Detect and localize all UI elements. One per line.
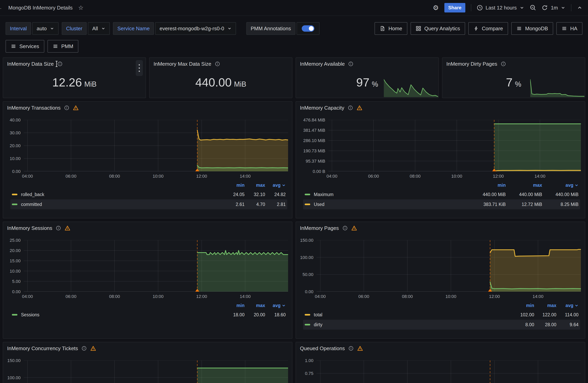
time-series-chart[interactable]: 150.00100.0050.000.00 04:0006:0008:0010:… [3, 352, 292, 383]
panel-title[interactable]: InMemory Dirty Pages [446, 61, 497, 67]
service-name-select[interactable]: everest-mongodb-w2g-rs0-0 [155, 22, 236, 35]
legend-sort-avg[interactable]: avg [542, 183, 579, 188]
panel-title[interactable]: InMemory Sessions [7, 225, 52, 231]
legend-sort-avg[interactable]: avg [265, 183, 286, 188]
gear-icon[interactable]: ⚙ [433, 4, 439, 11]
panel-title[interactable]: InMemory Available [300, 61, 345, 67]
legend-series-Used[interactable]: Used383.71 KiB12.72 MiB8.25 MiB [303, 199, 580, 209]
info-icon[interactable] [348, 346, 354, 351]
warning-icon[interactable] [357, 345, 363, 351]
legend-sort-min[interactable]: min [512, 303, 534, 308]
plot-area[interactable] [24, 240, 288, 292]
series-name[interactable]: Sessions [21, 312, 39, 318]
refresh-icon[interactable] [542, 5, 548, 11]
legend-sort-max[interactable]: max [245, 183, 265, 188]
home-button[interactable]: Home [375, 22, 407, 35]
warning-icon[interactable] [90, 345, 96, 351]
panel-title[interactable]: Queued Operations [300, 345, 345, 352]
info-icon[interactable] [348, 61, 353, 66]
services-menu-button[interactable]: Services [5, 40, 44, 53]
series-name[interactable]: Used [314, 202, 324, 207]
warning-icon[interactable] [64, 225, 70, 231]
y-axis-label: 476.84 MiB [303, 118, 325, 123]
share-button[interactable]: Share [444, 3, 465, 12]
time-series-chart[interactable]: 40.0030.0020.0010.000.00 04:0006:0008:00… [3, 111, 292, 211]
info-icon[interactable] [56, 226, 61, 231]
series-name[interactable]: committed [21, 202, 42, 207]
interval-select[interactable]: auto [32, 22, 59, 35]
panel-title[interactable]: InMemory Max Data Size [153, 61, 211, 67]
legend-series-Sessions[interactable]: Sessions18.0020.0018.60 [10, 310, 287, 320]
dashboard-title[interactable]: MongoDB InMemory Details [8, 5, 73, 11]
star-icon[interactable]: ☆ [78, 5, 84, 11]
info-icon[interactable] [348, 105, 353, 110]
legend-series-total[interactable]: total102.00122.00114.00 [303, 310, 580, 320]
warning-icon[interactable] [357, 105, 362, 111]
legend-sort-max[interactable]: max [534, 303, 556, 308]
compare-button[interactable]: Compare [468, 22, 508, 35]
legend-sort-min[interactable]: min [224, 183, 245, 188]
series-name[interactable]: total [314, 312, 322, 318]
time-range-picker[interactable]: Last 12 hours [477, 5, 524, 11]
chart-canvas[interactable] [24, 361, 288, 383]
plot-area[interactable] [316, 240, 581, 292]
y-axis-label: 5.00 [12, 279, 21, 284]
series-name[interactable]: dirty [314, 322, 322, 327]
plot-area[interactable] [328, 120, 581, 171]
cluster-select[interactable]: All [88, 22, 110, 35]
info-icon[interactable] [64, 105, 69, 110]
chart-canvas[interactable] [316, 361, 581, 383]
time-series-chart[interactable]: 150.00100.0050.000.00 04:0006:0008:0010:… [296, 232, 585, 331]
legend-sort-avg[interactable]: avg [265, 303, 286, 308]
chart-canvas[interactable] [24, 240, 288, 292]
legend-series-dirty[interactable]: dirty8.0028.009.64 [303, 320, 580, 330]
legend-sort-min[interactable]: min [469, 183, 506, 188]
zoom-out-icon[interactable] [530, 4, 536, 11]
info-icon[interactable] [82, 346, 87, 351]
ha-menu-button[interactable]: HA [556, 22, 583, 35]
refresh-interval-picker[interactable]: 1m [551, 5, 566, 11]
plot-area[interactable] [316, 361, 581, 383]
time-series-chart[interactable]: 476.84 MiB381.47 MiB286.10 MiB190.73 MiB… [296, 111, 585, 211]
info-icon[interactable] [57, 61, 63, 66]
panel-title[interactable]: InMemory Data Size [7, 61, 54, 67]
pmm-annotations-toggle[interactable] [296, 22, 319, 35]
warning-icon[interactable] [351, 225, 357, 231]
toggle-switch[interactable] [302, 25, 314, 32]
y-axis-label: 150.00 [7, 358, 21, 363]
series-name[interactable]: rolled_back [21, 192, 44, 197]
panel-title[interactable]: InMemory Transactions [7, 105, 61, 111]
info-icon[interactable] [215, 61, 220, 66]
x-axis-label: 12:00 [193, 174, 210, 179]
series-name[interactable]: Maximum [314, 192, 334, 197]
panel-title[interactable]: InMemory Pages [300, 225, 339, 231]
legend-sort-max[interactable]: max [245, 303, 265, 308]
panel-title[interactable]: InMemory Concurrency Tickets [7, 345, 78, 352]
legend-series-Maximum[interactable]: Maximum440.00 MiB440.00 MiB440.00 MiB [303, 190, 580, 199]
time-series-chart[interactable]: 25.0020.0015.0010.005.000.00 04:0006:000… [3, 232, 292, 321]
series-stat-value: 383.71 KiB [469, 202, 506, 207]
legend-series-committed[interactable]: committed2.614.702.81 [10, 199, 287, 209]
chart-canvas[interactable] [384, 79, 438, 97]
chart-canvas[interactable] [316, 240, 581, 292]
chart-canvas[interactable] [328, 120, 581, 171]
legend-sort-avg[interactable]: avg [556, 303, 579, 308]
plot-area[interactable] [24, 120, 288, 171]
time-series-chart[interactable]: 1.000.750.500.250.00 04:0006:0008:0010:0… [296, 352, 585, 383]
legend-sort-min[interactable]: min [224, 303, 245, 308]
info-icon[interactable] [501, 61, 506, 66]
plot-area[interactable] [24, 361, 288, 383]
chart-canvas[interactable] [24, 120, 288, 171]
pmm-menu-button[interactable]: PMM [47, 40, 79, 53]
kebab-icon[interactable] [136, 60, 143, 76]
chart-canvas[interactable] [530, 79, 585, 97]
chevron-up-icon[interactable] [577, 5, 583, 10]
legend-series-rolled_back[interactable]: rolled_back24.0532.1024.82 [10, 190, 287, 199]
legend-sort-max[interactable]: max [506, 183, 542, 188]
info-icon[interactable] [342, 226, 348, 231]
panel-title[interactable]: InMemory Capacity [300, 105, 344, 111]
back-arrow-icon[interactable]: ← [0, 4, 3, 11]
warning-icon[interactable] [73, 105, 79, 111]
query-analytics-button[interactable]: Query Analytics [411, 22, 465, 35]
mongodb-menu-button[interactable]: MongoDB [511, 22, 553, 35]
